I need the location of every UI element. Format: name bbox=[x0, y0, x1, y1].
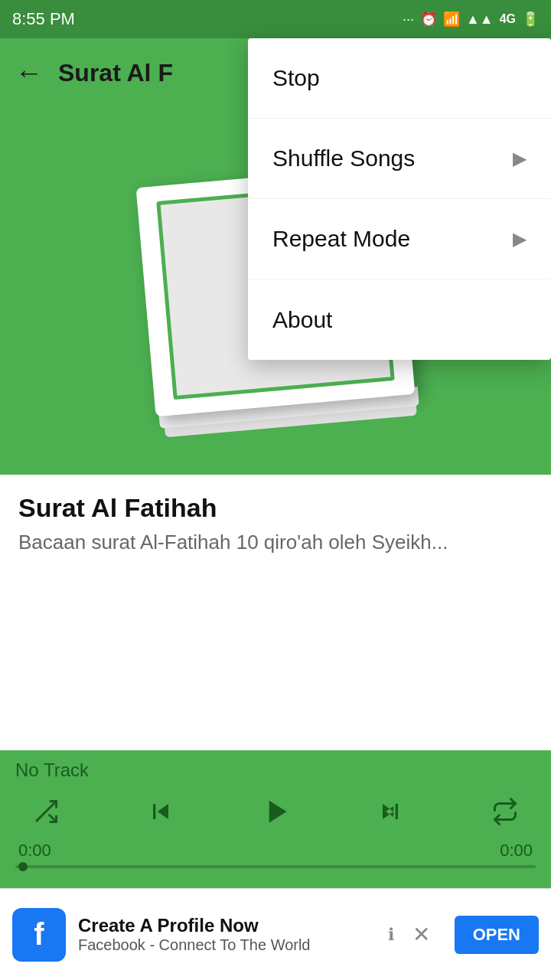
menu-repeat-label: Repeat Mode bbox=[272, 226, 410, 252]
chevron-right-icon: ▶ bbox=[513, 228, 527, 250]
menu-item-about[interactable]: About bbox=[248, 279, 551, 360]
menu-stop-label: Stop bbox=[272, 65, 320, 91]
menu-item-stop[interactable]: Stop bbox=[248, 38, 551, 119]
dropdown-menu: Stop Shuffle Songs ▶ Repeat Mode ▶ About bbox=[248, 38, 551, 360]
menu-about-label: About bbox=[272, 307, 332, 333]
dropdown-overlay[interactable]: Stop Shuffle Songs ▶ Repeat Mode ▶ About bbox=[0, 0, 551, 980]
menu-shuffle-label: Shuffle Songs bbox=[272, 145, 415, 172]
chevron-right-icon: ▶ bbox=[513, 148, 527, 169]
menu-item-shuffle[interactable]: Shuffle Songs ▶ bbox=[248, 119, 551, 199]
menu-item-repeat[interactable]: Repeat Mode ▶ bbox=[248, 199, 551, 279]
